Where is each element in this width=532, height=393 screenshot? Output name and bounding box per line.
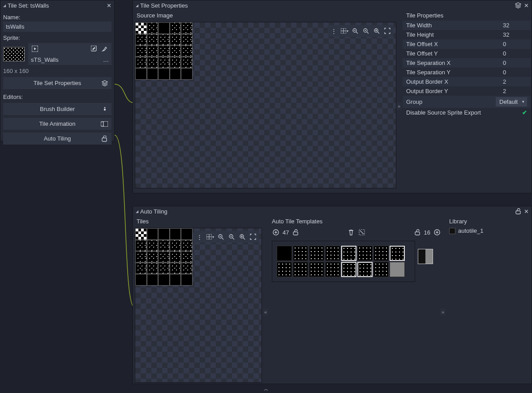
prop-row[interactable]: Tile Height32 <box>403 30 531 39</box>
more-icon[interactable]: … <box>103 56 109 63</box>
sprite-name: sTS_Walls <box>31 56 59 63</box>
editors-label: Editors: <box>3 94 112 100</box>
source-sprite-preview <box>135 22 193 80</box>
template-cell-selected[interactable] <box>390 246 405 261</box>
template-grid[interactable] <box>272 241 415 282</box>
close-icon[interactable]: ✕ <box>107 2 112 9</box>
group-select-wrap[interactable]: Default ▾ <box>496 97 527 107</box>
template-cell[interactable] <box>277 246 292 261</box>
template-cell[interactable] <box>325 246 340 261</box>
zoom-reset-button[interactable] <box>361 26 371 36</box>
name-label: Name: <box>3 14 112 21</box>
close-icon[interactable]: ✕ <box>524 208 529 215</box>
lock-icon[interactable] <box>413 228 421 236</box>
sprite-thumbnail[interactable] <box>3 47 25 61</box>
prop-row[interactable]: Output Border Y2 <box>403 86 531 96</box>
sprite-name-row: sTS_Walls … <box>28 55 112 65</box>
clear-selection-button[interactable] <box>358 228 366 236</box>
template-cell[interactable] <box>277 262 292 277</box>
zoom-in-button[interactable] <box>237 232 247 242</box>
svg-rect-38 <box>415 232 420 235</box>
drag-handle-icon[interactable]: ⋮ <box>329 26 339 36</box>
group-row: Group Default ▾ <box>403 96 531 108</box>
edit-sprite-icon[interactable] <box>90 45 98 53</box>
library-item-thumb <box>449 228 455 234</box>
source-image-viewer[interactable]: ⋮ <box>135 22 396 188</box>
tiles-sprite-preview <box>135 228 193 286</box>
template-cell[interactable] <box>373 246 389 261</box>
collapse-icon[interactable]: ◢ <box>136 209 138 214</box>
fit-screen-button[interactable] <box>382 26 392 36</box>
template-cell[interactable] <box>325 262 340 277</box>
template-cell-empty[interactable] <box>390 262 405 277</box>
template-cell[interactable] <box>309 262 324 277</box>
zoom-out-button[interactable] <box>350 26 360 36</box>
source-viewer-toolbar: ⋮ <box>328 25 393 37</box>
template-cell-selected[interactable] <box>341 262 356 277</box>
name-input[interactable] <box>3 21 112 32</box>
tiles-viewer[interactable]: ⋮ <box>135 228 262 383</box>
tile-set-body: Name: Sprite: sTS_W <box>0 10 114 147</box>
svg-line-29 <box>243 238 245 239</box>
svg-line-23 <box>222 238 223 239</box>
template-cell[interactable] <box>357 246 373 261</box>
add-template-button[interactable] <box>272 228 280 236</box>
svg-line-15 <box>378 32 379 34</box>
layers-icon[interactable] <box>515 2 521 9</box>
drag-handle-icon[interactable]: ⋮ <box>194 232 204 242</box>
collapse-icon[interactable]: ◢ <box>3 4 6 8</box>
zoom-reset-button[interactable] <box>227 232 236 242</box>
sprite-row: sTS_Walls … <box>3 43 112 65</box>
collapse-right-handle[interactable]: » <box>396 103 402 110</box>
sprite-icon[interactable] <box>31 45 39 53</box>
tile-animation-button[interactable]: Tile Animation <box>3 118 112 130</box>
collapse-icon[interactable]: ◢ <box>136 4 138 8</box>
prop-row[interactable]: Tile Separation X0 <box>403 58 531 68</box>
template-cell-selected[interactable] <box>357 262 373 277</box>
collapse-right-handle[interactable]: » <box>440 308 446 316</box>
svg-line-9 <box>356 32 358 34</box>
close-icon[interactable]: ✕ <box>524 2 529 9</box>
library-item[interactable]: autotile_1 <box>446 226 531 235</box>
template-cell-selected[interactable] <box>341 246 356 261</box>
add-tile-button[interactable] <box>433 228 441 236</box>
templates-toolbar: 47 16 <box>268 226 445 238</box>
prop-row[interactable]: Output Border X2 <box>403 77 531 86</box>
prop-row[interactable]: Tile Width32 <box>403 21 531 30</box>
group-select[interactable]: Default <box>496 97 527 107</box>
auto-tiling-title: Auto Tiling <box>140 208 167 215</box>
zoom-out-button[interactable] <box>216 232 226 242</box>
tile-set-properties-panel: ◢ Tile Set Properties ✕ Source Image <box>133 0 532 193</box>
brush-icon[interactable] <box>101 45 109 53</box>
svg-point-13 <box>365 30 366 31</box>
template-cell[interactable] <box>309 246 324 261</box>
lock-icon[interactable] <box>515 208 521 214</box>
fit-screen-button[interactable] <box>248 232 258 242</box>
delete-button[interactable] <box>347 228 355 236</box>
sprite-label: Sprite: <box>3 34 112 41</box>
template-cell[interactable] <box>293 246 308 261</box>
zoom-in-button[interactable] <box>372 26 382 36</box>
collapse-left-handle[interactable]: « <box>263 308 268 316</box>
template-cell[interactable] <box>373 262 389 277</box>
template-cell[interactable] <box>293 262 308 277</box>
auto-tiling-button[interactable]: Auto Tiling <box>3 132 112 145</box>
check-icon[interactable]: ✔ <box>522 109 527 116</box>
templates-label: Auto Tile Templates <box>268 216 445 226</box>
source-image-label: Source Image <box>133 10 402 21</box>
prop-row[interactable]: Tile Offset X0 <box>403 39 531 49</box>
lock-icon[interactable] <box>292 228 300 236</box>
bottom-expand-handle[interactable]: ︽ <box>264 386 268 392</box>
prop-row[interactable]: Tile Separation Y0 <box>403 68 531 77</box>
tile-animation-icon <box>101 121 108 127</box>
svg-rect-3 <box>103 121 108 127</box>
grid-options-button[interactable] <box>339 26 349 36</box>
missing-tile-icon[interactable] <box>418 249 433 264</box>
tile-set-properties-button[interactable]: Tile Set Properties <box>3 77 112 89</box>
tile-set-panel: ◢ Tile Set: tsWalls ✕ Name: Sprite: <box>0 0 115 141</box>
prop-row[interactable]: Tile Offset Y0 <box>403 49 531 58</box>
connector-line-1 <box>115 81 134 107</box>
brush-builder-button[interactable]: Brush Builder <box>3 103 112 115</box>
grid-options-button[interactable] <box>205 232 215 242</box>
disable-export-row[interactable]: Disable Source Sprite Export ✔ <box>403 108 531 117</box>
